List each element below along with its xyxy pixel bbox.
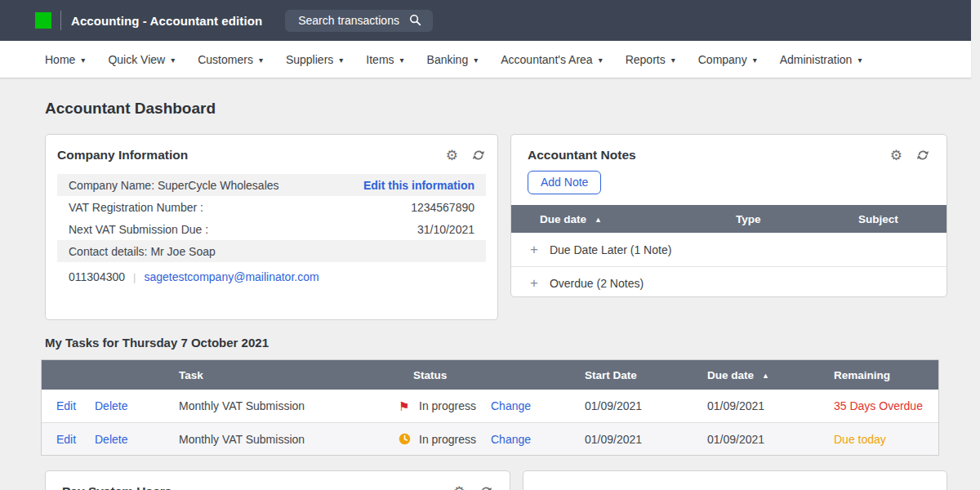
tasks-col-status: Status [399,369,491,381]
task-row: Edit Delete Monthly VAT Submission In pr… [42,422,938,455]
gear-icon[interactable]: ⚙ [453,485,466,490]
task-name: Monthly VAT Submission [179,433,399,446]
task-start-date: 01/09/2021 [585,433,707,446]
bottom-right-card [523,470,947,490]
nav-item-banking[interactable]: Banking▾ [427,53,479,66]
notes-col-subject: Subject [858,213,947,225]
notes-group-label: Due Date Later (1 Note) [550,243,671,256]
notes-col-due-date[interactable]: Due date▲ [540,213,736,225]
vat-registration-label: VAT Registration Number : [69,201,203,214]
notes-group-due-date-later[interactable]: + Due Date Later (1 Note) [511,233,947,266]
delete-task-link[interactable]: Delete [95,399,179,412]
tasks-col-remaining: Remaining [834,369,938,381]
chevron-down-icon: ▾ [400,56,404,65]
change-status-link[interactable]: Change [491,399,585,412]
chevron-down-icon: ▾ [81,56,85,65]
topbar-divider [60,11,61,30]
overdue-flag-icon: ⚑ [399,400,419,412]
task-name: Monthly VAT Submission [179,399,399,412]
bottom-left-card: Pay System Users ⚙ [45,470,510,490]
vat-registration-value: 1234567890 [411,201,474,214]
contact-details-label: Contact details: Mr Joe Soap [69,245,216,258]
chevron-down-icon: ▾ [259,56,263,65]
search-placeholder: Search transactions [298,14,399,27]
email-link[interactable]: sagetestcompany@mailinator.com [144,270,318,283]
notes-group-label: Overdue (2 Notes) [550,277,644,290]
chevron-down-icon: ▾ [671,56,675,65]
due-today-clock-icon [399,433,419,445]
company-name-row: Company Name: SuperCycle Wholesales Edit… [57,174,486,196]
add-note-button[interactable]: Add Note [528,171,601,194]
company-information-card: Company Information ⚙ Company N [45,134,498,320]
edit-task-link[interactable]: Edit [56,399,95,412]
tasks-table-header: Task Status Start Date Due date▲ Remaini… [42,360,938,390]
chevron-down-icon: ▾ [339,56,343,65]
nav-item-company[interactable]: Company▾ [698,53,757,66]
task-start-date: 01/09/2021 [585,399,707,412]
vat-submission-value: 31/10/2021 [417,223,474,236]
nav-item-home[interactable]: Home▾ [45,53,85,66]
contact-details-row: Contact details: Mr Joe Soap [57,240,486,262]
sort-asc-icon: ▲ [595,216,602,224]
top-app-bar: Accounting - Accountant edition Search t… [0,0,971,41]
notes-group-overdue[interactable]: + Overdue (2 Notes) [511,266,947,297]
chevron-down-icon: ▾ [474,56,478,65]
app-title: Accounting - Accountant edition [71,14,262,28]
vat-submission-label: Next VAT Submission Due : [69,223,208,236]
nav-item-items[interactable]: Items▾ [366,53,403,66]
brand-logo[interactable] [35,12,51,29]
tasks-section-heading: My Tasks for Thursday 7 October 2021 [45,336,947,350]
chevron-down-icon: ▾ [858,56,862,65]
delete-task-link[interactable]: Delete [95,433,179,446]
chevron-down-icon: ▾ [599,56,603,65]
main-nav: Home▾ Quick View▾ Customers▾ Suppliers▾ … [0,41,971,78]
accountant-notes-card: Accountant Notes ⚙ Add Note Due date [510,134,947,297]
search-icon[interactable] [409,14,421,26]
divider: | [133,271,136,283]
vat-submission-row: Next VAT Submission Due : 31/10/2021 [57,218,486,240]
accountant-notes-title: Accountant Notes [528,148,636,163]
edit-information-link[interactable]: Edit this information [363,179,474,192]
refresh-icon[interactable] [479,484,493,490]
refresh-icon[interactable] [471,148,486,163]
nav-item-administration[interactable]: Administration▾ [780,53,862,66]
nav-item-accountants-area[interactable]: Accountant's Area▾ [501,53,602,66]
task-remaining: Due today [834,433,938,446]
nav-item-customers[interactable]: Customers▾ [198,53,263,66]
tasks-col-task: Task [179,369,399,381]
vat-registration-row: VAT Registration Number : 1234567890 [57,196,486,218]
chevron-down-icon: ▾ [171,56,175,65]
company-information-title: Company Information [57,148,188,163]
edit-task-link[interactable]: Edit [56,433,95,446]
task-due-date: 01/09/2021 [707,433,834,446]
nav-item-suppliers[interactable]: Suppliers▾ [286,53,343,66]
task-remaining: 35 Days Overdue [834,399,938,412]
search-input[interactable]: Search transactions [285,10,433,32]
change-status-link[interactable]: Change [491,433,585,446]
tasks-col-start-date: Start Date [585,369,707,381]
task-status: In progress [419,433,491,446]
bottom-left-card-title: Pay System Users [62,484,172,490]
nav-item-reports[interactable]: Reports▾ [626,53,675,66]
phone-email-row: 011304300 | sagetestcompany@mailinator.c… [57,262,486,289]
company-name-label: Company Name: SuperCycle Wholesales [69,179,279,192]
gear-icon[interactable]: ⚙ [890,149,902,163]
notes-col-type: Type [736,213,858,225]
gear-icon[interactable]: ⚙ [446,149,458,163]
nav-item-quick-view[interactable]: Quick View▾ [108,53,175,66]
task-due-date: 01/09/2021 [707,399,834,412]
task-row: Edit Delete Monthly VAT Submission ⚑ In … [42,390,938,422]
chevron-down-icon: ▾ [753,56,757,65]
tasks-col-due-date[interactable]: Due date▲ [707,369,834,381]
task-status: In progress [419,399,491,412]
page-title: Accountant Dashboard [45,100,947,118]
tasks-table: Task Status Start Date Due date▲ Remaini… [41,359,939,456]
refresh-icon[interactable] [915,148,930,163]
expand-plus-icon[interactable]: + [530,275,538,292]
expand-plus-icon[interactable]: + [530,242,538,258]
phone-number: 011304300 [69,270,125,283]
notes-table-header: Due date▲ Type Subject [511,205,947,233]
sort-asc-icon: ▲ [762,372,769,380]
